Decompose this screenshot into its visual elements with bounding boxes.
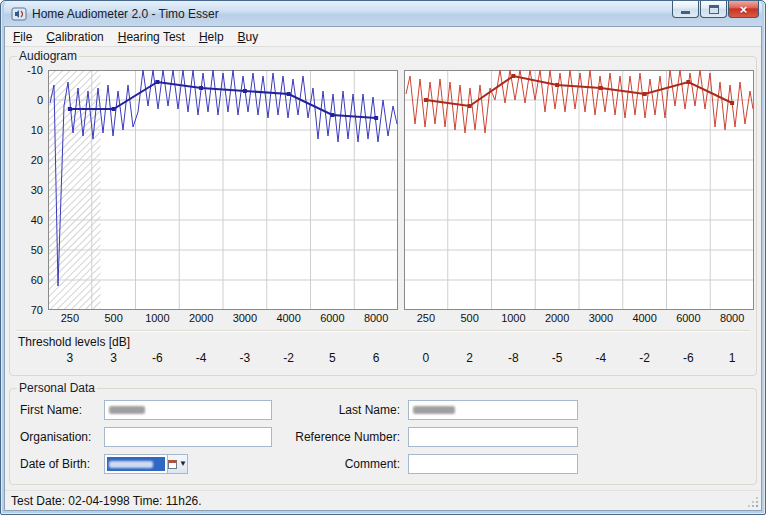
- minimize-icon: [681, 11, 690, 14]
- threshold-marker: [511, 74, 515, 78]
- threshold-values-row: 33-6-4-3-256 02-8-5-4-2-61: [12, 351, 754, 365]
- threshold-marker: [686, 80, 690, 84]
- threshold-marker: [468, 104, 472, 108]
- threshold-marker: [730, 101, 734, 105]
- comment-input[interactable]: [408, 454, 578, 474]
- threshold-marker: [424, 98, 428, 102]
- left-ear-audiogram-chart: 250500100020003000400060008000-100102030…: [12, 64, 398, 328]
- y-tick-label: 0: [37, 94, 43, 106]
- organisation-label: Organisation:: [20, 430, 96, 444]
- x-tick-label: 3000: [589, 312, 613, 324]
- threshold-value: -4: [579, 351, 623, 365]
- y-tick-label: -10: [27, 64, 43, 76]
- threshold-marker: [599, 86, 603, 90]
- resize-grip[interactable]: [756, 505, 758, 507]
- audiogram-group-label: Audiogram: [17, 49, 79, 63]
- date-of-birth-picker[interactable]: ▼: [104, 454, 188, 474]
- threshold-value: -8: [492, 351, 536, 365]
- threshold-value: -2: [267, 351, 311, 365]
- titlebar[interactable]: Home Audiometer 2.0 - Timo Esser ×: [4, 1, 762, 26]
- threshold-value: -6: [136, 351, 180, 365]
- threshold-value: -5: [535, 351, 579, 365]
- y-tick-label: 30: [31, 184, 43, 196]
- x-tick-label: 500: [104, 312, 122, 324]
- minimize-button[interactable]: [672, 1, 699, 18]
- first-name-label: First Name:: [20, 403, 96, 417]
- first-name-input[interactable]: [104, 400, 272, 420]
- x-tick-label: 500: [460, 312, 478, 324]
- personal-data-form: First Name: Last Name: Organisation: Ref…: [12, 396, 754, 474]
- threshold-marker: [112, 107, 116, 111]
- last-name-input[interactable]: [408, 400, 578, 420]
- date-of-birth-dropdown-button[interactable]: ▼: [167, 455, 187, 473]
- x-tick-label: 1000: [501, 312, 525, 324]
- app-window: Home Audiometer 2.0 - Timo Esser × File …: [0, 0, 766, 515]
- threshold-marker: [287, 92, 291, 96]
- threshold-value: -6: [667, 351, 711, 365]
- close-button[interactable]: ×: [728, 1, 759, 18]
- redacted-last-name-value: [413, 406, 455, 414]
- personal-data-group: Personal Data First Name: Last Name: Org…: [9, 381, 757, 485]
- y-tick-label: 20: [31, 154, 43, 166]
- organisation-input[interactable]: [104, 427, 272, 447]
- y-tick-label: 70: [31, 304, 43, 316]
- reference-number-input[interactable]: [408, 427, 578, 447]
- y-tick-label: 40: [31, 214, 43, 226]
- audiogram-group: Audiogram 250500100020003000400060008000…: [9, 49, 757, 376]
- x-tick-label: 4000: [632, 312, 656, 324]
- window-client-area: File Calibration Hearing Test Help Buy A…: [4, 26, 762, 511]
- close-icon: ×: [740, 3, 748, 16]
- threshold-levels-label: Threshold levels [dB]: [12, 334, 754, 351]
- chevron-down-icon: ▼: [179, 460, 187, 468]
- threshold-value: 3: [92, 351, 136, 365]
- threshold-values-left-ear: 33-6-4-3-256: [12, 351, 398, 365]
- y-tick-label: 60: [31, 274, 43, 286]
- maximize-button[interactable]: [700, 1, 727, 18]
- statusbar: Test Date: 02-04-1998 Time: 11h26.: [5, 490, 761, 510]
- x-tick-label: 250: [61, 312, 79, 324]
- menu-help[interactable]: Help: [192, 27, 231, 46]
- threshold-values-right-ear: 02-8-5-4-2-61: [402, 351, 754, 365]
- threshold-value: -4: [179, 351, 223, 365]
- threshold-marker: [68, 107, 72, 111]
- x-tick-label: 250: [417, 312, 435, 324]
- threshold-value: 0: [404, 351, 448, 365]
- x-tick-label: 8000: [720, 312, 744, 324]
- right-ear-audiogram-chart: 250500100020003000400060008000: [402, 64, 754, 328]
- threshold-value: 3: [48, 351, 92, 365]
- last-name-label: Last Name:: [280, 403, 400, 417]
- redacted-first-name-value: [109, 406, 145, 414]
- x-tick-label: 4000: [276, 312, 300, 324]
- maximize-icon: [709, 5, 719, 14]
- reference-number-label: Reference Number:: [280, 430, 400, 444]
- threshold-marker: [555, 83, 559, 87]
- threshold-marker: [155, 80, 159, 84]
- menu-buy[interactable]: Buy: [231, 27, 266, 46]
- menu-calibration[interactable]: Calibration: [39, 27, 110, 46]
- charts-row: 250500100020003000400060008000-100102030…: [12, 64, 754, 328]
- divider: [16, 330, 750, 332]
- threshold-marker: [243, 89, 247, 93]
- date-of-birth-selected-value: [107, 457, 165, 471]
- personal-data-group-label: Personal Data: [17, 381, 97, 395]
- menu-file[interactable]: File: [6, 27, 39, 46]
- x-tick-label: 1000: [145, 312, 169, 324]
- content-area: Audiogram 250500100020003000400060008000…: [5, 47, 761, 490]
- threshold-value: 1: [710, 351, 754, 365]
- x-tick-label: 2000: [545, 312, 569, 324]
- threshold-marker: [330, 113, 334, 117]
- x-tick-label: 6000: [320, 312, 344, 324]
- threshold-marker: [643, 92, 647, 96]
- status-text: Test Date: 02-04-1998 Time: 11h26.: [11, 494, 202, 508]
- comment-label: Comment:: [280, 457, 400, 471]
- y-tick-label: 10: [31, 124, 43, 136]
- threshold-value: -3: [223, 351, 267, 365]
- threshold-value: 5: [311, 351, 355, 365]
- redacted-date-value: [109, 461, 153, 468]
- x-tick-label: 8000: [364, 312, 388, 324]
- menu-hearing-test[interactable]: Hearing Test: [111, 27, 192, 46]
- menubar: File Calibration Hearing Test Help Buy: [5, 27, 761, 47]
- app-icon: [11, 6, 27, 22]
- threshold-value: 2: [448, 351, 492, 365]
- threshold-value: 6: [354, 351, 398, 365]
